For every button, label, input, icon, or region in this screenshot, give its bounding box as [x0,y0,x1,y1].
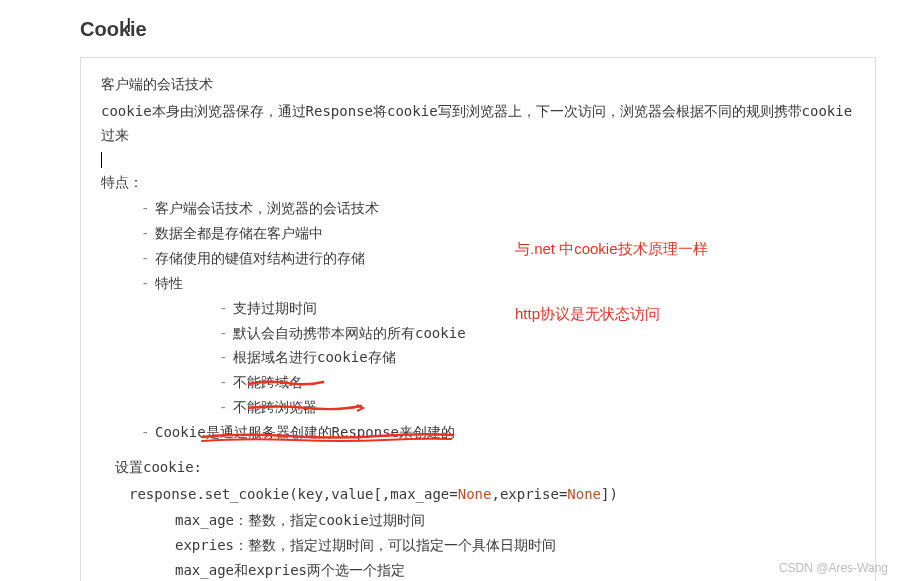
code-line: response.set_cookie(key,value[,max_age=N… [129,482,855,507]
set-cookie-label: 设置cookie: [115,455,855,480]
intro-line-2: cookie本身由浏览器保存，通过Response将cookie写到浏览器上，下… [101,99,855,148]
code-fn: response.set_cookie(key,value[,max_age= [129,486,458,502]
property-item-underlined: 不能跨域名 [211,370,855,395]
feature-item: 存储使用的键值对结构进行的存储 [133,246,855,271]
code-mid: ,exprise= [491,486,567,502]
intro-line-1: 客户端的会话技术 [101,72,855,97]
param-line: max_age：整数，指定cookie过期时间 [175,508,855,533]
param-block: max_age：整数，指定cookie过期时间 expries：整数，指定过期时… [175,508,855,581]
property-item-underlined: 不能跨浏览器 [211,395,855,420]
page-title: Cookie [80,18,886,41]
param-line: max_age和expries两个选一个指定 [175,558,855,581]
code-none2: None [567,486,601,502]
features-label: 特点： [101,170,855,195]
response-line: Cookie是通过服务器创建的Response来创建的 [133,420,855,445]
property-item: 根据域名进行cookie存储 [211,345,855,370]
param-line: expries：整数，指定过期时间，可以指定一个具体日期时间 [175,533,855,558]
property-item: 默认会自动携带本网站的所有cookie [211,321,855,346]
feature-text: 特性 [155,275,183,291]
annotation-1: 与.net 中cookie技术原理一样 [515,240,708,259]
properties-list: 支持过期时间 默认会自动携带本网站的所有cookie 根据域名进行cookie存… [155,296,855,421]
feature-item: 数据全都是存储在客户端中 [133,221,855,246]
code-end: ]) [601,486,618,502]
code-none1: None [458,486,492,502]
feature-item-properties: 特性 支持过期时间 默认会自动携带本网站的所有cookie 根据域名进行cook… [133,271,855,420]
watermark: CSDN @Ares-Wang [779,561,888,575]
feature-item: 客户端会话技术，浏览器的会话技术 [133,196,855,221]
features-list: 客户端会话技术，浏览器的会话技术 数据全都是存储在客户端中 存储使用的键值对结构… [101,196,855,445]
editing-cursor [101,150,855,168]
content-card: 客户端的会话技术 cookie本身由浏览器保存，通过Response将cooki… [80,57,876,581]
annotation-2: http协议是无状态访问 [515,305,660,324]
